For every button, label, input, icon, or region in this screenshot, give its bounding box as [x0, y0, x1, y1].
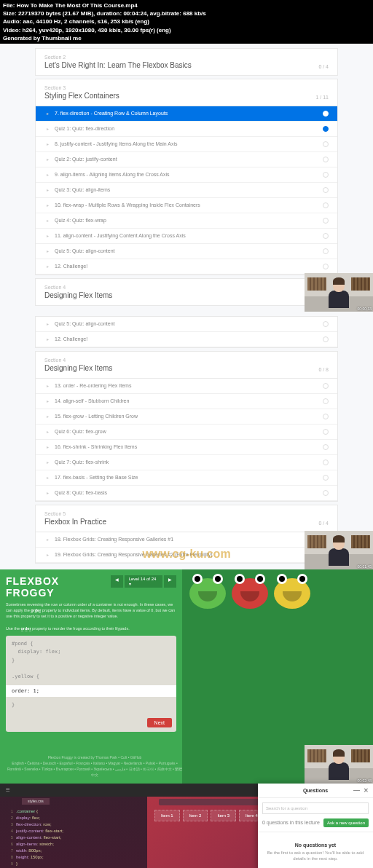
- play-icon: ▸: [44, 248, 50, 254]
- status-circle: [323, 490, 329, 496]
- status-circle: [323, 218, 329, 224]
- code-input[interactable]: order: 1;: [6, 685, 176, 697]
- section-5-header[interactable]: Section 5Flexbox In Practice 0 / 4: [35, 505, 338, 532]
- lesson-item[interactable]: ▸Quiz 2: Quiz: justify-content: [36, 152, 337, 167]
- play-icon: ▸: [44, 459, 50, 465]
- play-icon: ▸: [44, 172, 50, 178]
- status-circle: [323, 111, 329, 117]
- frog-green: [189, 578, 226, 609]
- lesson-item[interactable]: ▸10. flex-wrap - Multiple Rows & Wrappin…: [36, 198, 337, 213]
- play-icon: ▸: [44, 398, 50, 404]
- lesson-item[interactable]: ▸Quiz 4: Quiz: flex-wrap: [36, 213, 337, 229]
- play-icon: ▸: [44, 475, 50, 481]
- status-circle: [323, 398, 329, 404]
- prev-level-button[interactable]: ◀: [111, 575, 123, 588]
- status-circle: [323, 233, 329, 239]
- status-circle: [323, 264, 329, 269]
- lesson-item[interactable]: ▸Quiz 8: Quiz: flex-basis: [36, 486, 337, 501]
- play-icon: ▸: [44, 552, 50, 558]
- lesson-item[interactable]: ▸Quiz 7: Quiz: flex-shrink: [36, 455, 337, 470]
- meta-size: Size: 22719370 bytes (21.67 MiB), durati…: [3, 9, 370, 17]
- play-icon: ▸: [44, 187, 50, 193]
- lesson-item[interactable]: ▸13. order - Re-ordering Flex Items: [36, 379, 337, 394]
- code-editor-panel[interactable]: styles.css 1.container {2 display: flex;…: [0, 797, 147, 868]
- section-4-lessons: ▸13. order - Re-ordering Flex Items▸14. …: [35, 379, 338, 502]
- lesson-item[interactable]: ▸11. align-content - Justifying Content …: [36, 229, 337, 244]
- lesson-item[interactable]: ▸Quiz 5: Quiz: align-content: [36, 317, 337, 332]
- menu-icon[interactable]: ≡: [6, 786, 15, 794]
- frog-yellow: [274, 578, 310, 609]
- play-icon: ▸: [44, 336, 50, 342]
- search-input[interactable]: Search for a question: [262, 802, 369, 814]
- play-icon: ▸: [44, 383, 50, 389]
- next-button[interactable]: Next: [147, 718, 172, 727]
- video-metadata: File: How To Make The Most Of This Cours…: [0, 0, 373, 44]
- status-circle: [323, 187, 329, 193]
- lesson-item[interactable]: ▸16. flex-shrink - Shrinking Flex Items: [36, 440, 337, 455]
- section-2-header[interactable]: Section 2Let's Dive Right In: Learn The …: [35, 48, 338, 76]
- webcam-overlay: 00:02:48: [305, 745, 373, 784]
- play-icon: ▸: [44, 490, 50, 496]
- status-circle: [323, 321, 329, 327]
- no-questions-title: No questions yet: [295, 843, 336, 848]
- play-icon: ▸: [44, 202, 50, 208]
- section-5-lessons: ▸18. Flexbox Grids: Creating Responsive …: [35, 532, 338, 564]
- section-4-header-b[interactable]: Section 4Designing Flex Items 0 / 8: [35, 351, 338, 379]
- webcam-overlay: 00:00:33: [305, 273, 373, 312]
- status-circle: [323, 336, 329, 342]
- lesson-item[interactable]: ▸Quiz 6: Quiz: flex-grow: [36, 425, 337, 440]
- meta-video: Video: h264, yuv420p, 1920x1080, 430 kb/…: [3, 26, 370, 34]
- status-circle: [323, 248, 329, 254]
- lesson-item[interactable]: ▸12. Challenge!: [36, 332, 337, 347]
- lesson-item[interactable]: ▸15. flex-grow - Letting Children Grow: [36, 409, 337, 425]
- minimize-icon[interactable]: —: [353, 786, 360, 794]
- section-3-lessons-cont: ▸Quiz 5: Quiz: align-content▸12. Challen…: [35, 316, 338, 348]
- froggy-instructions: Sometimes reversing the row or column or…: [6, 601, 176, 631]
- timestamp: 00:00:33: [358, 307, 372, 311]
- lesson-item[interactable]: ▸18. Flexbox Grids: Creating Responsive …: [36, 532, 337, 548]
- status-circle: [323, 429, 329, 435]
- code-editor: #pond { display: flex; } .yellow { order…: [6, 636, 176, 732]
- play-icon: ▸: [44, 126, 50, 132]
- froggy-title: FLEXBOX FROGGY: [6, 575, 109, 599]
- status-circle: [323, 157, 329, 162]
- editor-tab[interactable]: styles.css: [22, 798, 50, 805]
- thumbnail-1: Section 2Let's Dive Right In: Learn The …: [0, 44, 373, 312]
- no-questions-sub: Be the first to ask a question! You'll b…: [265, 850, 366, 862]
- play-icon: ▸: [44, 111, 50, 117]
- level-selector[interactable]: Level 14 of 24 ▾: [125, 575, 162, 588]
- flex-item: Item 1: [154, 810, 180, 821]
- timestamp: 00:01:45: [358, 564, 372, 569]
- lesson-item[interactable]: ▸12. Challenge!: [36, 259, 337, 275]
- code-readonly-pre: #pond { display: flex; } .yellow {: [6, 636, 176, 685]
- lesson-item[interactable]: ▸14. align-self - Stubborn Children: [36, 394, 337, 409]
- status-circle: [323, 414, 329, 419]
- section-4-header[interactable]: Section 4Designing Flex Items 0 / 8: [35, 278, 338, 306]
- questions-panel: Questions — ✕ Search for a question 0 qu…: [258, 784, 373, 868]
- frog-red: [232, 578, 268, 609]
- lesson-item[interactable]: ▸Quiz 1: Quiz: flex-direction: [36, 122, 337, 137]
- play-icon: ▸: [44, 414, 50, 419]
- status-circle: [323, 172, 329, 178]
- section-3-header[interactable]: Section 3Styling Flex Containers 1 / 11: [35, 79, 338, 106]
- ask-question-button[interactable]: Ask a new question: [323, 818, 369, 827]
- lesson-item[interactable]: ▸7. flex-direction - Creating Row & Colu…: [36, 106, 337, 122]
- meta-gen: Generated by Thumbnail me: [3, 34, 370, 42]
- lesson-item[interactable]: ▸Quiz 3: Quiz: align-items: [36, 183, 337, 198]
- lesson-item[interactable]: ▸8. justify-content - Justifying Items A…: [36, 137, 337, 152]
- play-icon: ▸: [44, 537, 50, 542]
- lesson-item[interactable]: ▸19. Flexbox Grids: Creating Responsive …: [36, 548, 337, 563]
- play-icon: ▸: [44, 429, 50, 435]
- thumbnail-4: ≡ Go to Dashboard styles.css 1.container…: [0, 784, 373, 868]
- webcam-overlay: 00:01:45: [305, 531, 373, 569]
- flex-item: Item 2: [183, 810, 208, 821]
- froggy-credits: Flexbox Froggy is created by Thomas Park…: [6, 754, 184, 778]
- close-icon[interactable]: ✕: [364, 787, 369, 794]
- next-level-button[interactable]: ▶: [164, 575, 176, 588]
- status-circle: [323, 202, 329, 208]
- thumbnail-2: ▸Quiz 5: Quiz: align-content▸12. Challen…: [0, 312, 373, 569]
- lesson-item[interactable]: ▸9. align-items - Aligning Items Along t…: [36, 167, 337, 183]
- lesson-item[interactable]: ▸Quiz 5: Quiz: align-content: [36, 244, 337, 259]
- play-icon: ▸: [44, 218, 50, 224]
- lesson-item[interactable]: ▸17. flex-basis - Setting the Base Size: [36, 470, 337, 486]
